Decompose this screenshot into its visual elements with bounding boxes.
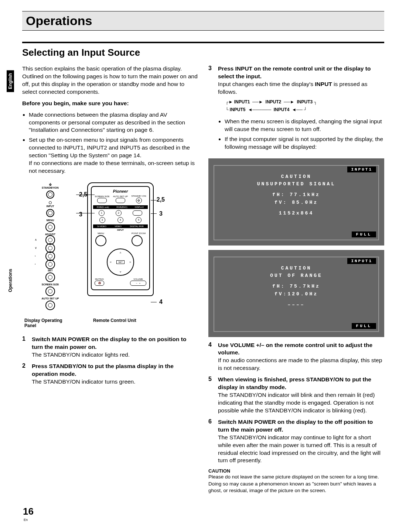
menu-knob bbox=[45, 222, 55, 232]
chapter-title: Operations bbox=[26, 14, 92, 28]
set-button: SET bbox=[116, 260, 125, 264]
before-list: Made connections between the plasma disp… bbox=[22, 111, 198, 175]
caution-body: Please do not leave the same picture dis… bbox=[208, 474, 384, 494]
remote-input-bar-2: S-VIDEO VIDEO DIGITAL RGB bbox=[93, 224, 148, 228]
num-5-button: 5 bbox=[136, 217, 141, 223]
remote-input-bar: RGB(D-sub) RGB(BNC) DISPLAY bbox=[93, 205, 148, 209]
step-4: 4 Use VOLUME +/– on the remote control u… bbox=[208, 341, 384, 373]
num-3-button: 3 bbox=[99, 217, 105, 223]
step-2: 2 Press STANDBY/ON to put the plasma dis… bbox=[22, 363, 198, 386]
remote-brand: Pioneer bbox=[93, 189, 148, 193]
input-flow-diagram: ┌► INPUT1 ──► INPUT2 ──► INPUT3 ┐ └ INPU… bbox=[218, 98, 384, 114]
dpad: ▵ ▿ ◃ ▹ SET bbox=[107, 248, 134, 276]
right-column: 3 Press INPUT on the remote control unit… bbox=[208, 65, 384, 494]
osd-out-of-range: INPUT1 CAUTION OUT OF RANGE fH: 75.7kHz … bbox=[208, 250, 384, 337]
page: English Operations Operations Selecting … bbox=[0, 0, 399, 532]
figure-area: ⏻ STANDBY/ON 2,5 INPUT 3 MENU ADJUST bbox=[24, 182, 198, 310]
standby-button bbox=[46, 191, 54, 199]
page-language: En bbox=[24, 518, 28, 522]
before-bullet: Made connections between the plasma disp… bbox=[29, 111, 198, 134]
menu-button bbox=[95, 235, 106, 246]
volume-button: – + bbox=[130, 281, 146, 286]
input-button bbox=[46, 209, 54, 217]
page-number: 16 bbox=[23, 506, 34, 517]
num-4-button: 4 bbox=[117, 217, 123, 223]
adjust-left bbox=[45, 260, 55, 269]
section-title: Selecting an Input Source bbox=[22, 47, 140, 58]
led-indicator bbox=[49, 201, 52, 204]
num-2-button: 2 bbox=[116, 210, 122, 216]
chapter-band: Operations bbox=[22, 11, 384, 31]
step-5: 5 When viewing is finished, press STANDB… bbox=[208, 376, 384, 415]
display-panel-figure: ⏻ STANDBY/ON 2,5 INPUT 3 MENU ADJUST bbox=[24, 182, 76, 310]
before-heading: Before you begin, make sure you have: bbox=[22, 100, 198, 107]
muting-button: 🔇 bbox=[95, 281, 104, 286]
screen-size-button bbox=[97, 198, 107, 203]
autosetup-knob bbox=[45, 301, 55, 310]
standby-icon: ⏻ bbox=[24, 183, 76, 186]
standby-on-button: ⏻ bbox=[136, 198, 142, 203]
step-6: 6 Switch MAIN POWER on the display to th… bbox=[208, 418, 384, 465]
intro-text: This section explains the basic operatio… bbox=[22, 65, 198, 96]
caution-heading: CAUTION bbox=[208, 468, 384, 474]
auto-setup-button bbox=[116, 198, 125, 203]
language-tab: English bbox=[7, 70, 14, 92]
before-bullet: Set up the on-screen menu to input signa… bbox=[29, 136, 198, 175]
point-zoom-button bbox=[132, 235, 143, 246]
num-1-button: 1 bbox=[99, 210, 105, 216]
screensize-knob bbox=[45, 286, 55, 296]
step-1: 1 Switch MAIN POWER on the display to th… bbox=[22, 336, 198, 359]
figure-captions: Display Operating Panel Remote Control U… bbox=[24, 316, 198, 328]
step-3: 3 Press INPUT on the remote control unit… bbox=[208, 65, 384, 155]
set-knob bbox=[45, 272, 55, 282]
section-rule bbox=[22, 42, 384, 43]
osd-unsupported: INPUT1 CAUTION UNSUPPORTED SIGNAL fH: 77… bbox=[208, 158, 384, 246]
section-tab: Operations bbox=[7, 266, 14, 295]
display-button bbox=[133, 210, 142, 216]
remote-figure: 2,5 3 4 Pioneer SCREEN SIZE AUTO SET UP … bbox=[87, 182, 154, 310]
left-column: This section explains the basic operatio… bbox=[22, 65, 198, 494]
